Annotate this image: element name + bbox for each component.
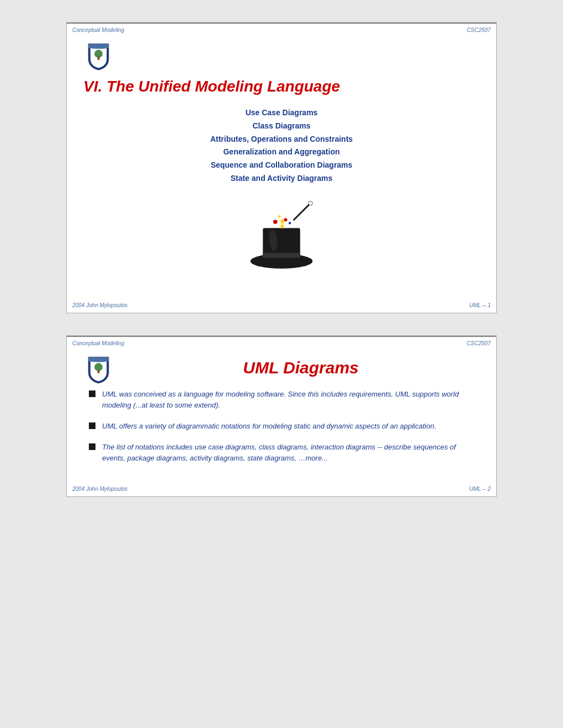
bullet-item-1: UML was conceived as a language for mode… <box>89 389 474 411</box>
svg-point-7 <box>309 201 313 206</box>
svg-text:★: ★ <box>279 222 286 231</box>
svg-rect-1 <box>98 57 100 60</box>
menu-item-2: Class Diagrams <box>83 120 480 133</box>
slide2-title: UML Diagrams <box>122 353 480 377</box>
slide1-header: Conceptual Modeling CSC2507 <box>67 24 496 34</box>
bullet-item-3: The list of notations includes use case … <box>89 442 474 464</box>
svg-point-8 <box>273 220 278 224</box>
slide-2: Conceptual Modeling CSC2507 UML Diagrams… <box>66 335 497 497</box>
menu-item-1: Use Case Diagrams <box>83 106 480 120</box>
slide2-header: Conceptual Modeling CSC2507 <box>67 337 496 347</box>
slide2-header-row: UML Diagrams <box>83 353 480 383</box>
bullet-text-1: UML was conceived as a language for mode… <box>102 389 474 411</box>
svg-point-0 <box>94 50 103 58</box>
slide1-footer: 2004 John Mylopoulos UML -- 1 <box>67 301 496 313</box>
menu-item-4: Generalization and Aggregation <box>83 146 480 159</box>
bullet-item-2: UML offers a variety of diagrammatic not… <box>89 421 474 432</box>
menu-item-6: State and Activity Diagrams <box>83 172 480 185</box>
magic-hat-svg: ★ <box>240 196 323 285</box>
svg-point-10 <box>284 218 288 221</box>
menu-item-5: Sequence and Collaboration Diagrams <box>83 159 480 172</box>
svg-rect-4 <box>263 253 300 258</box>
slide2-header-left: Conceptual Modeling <box>72 340 124 346</box>
slide1-header-left: Conceptual Modeling <box>72 27 124 33</box>
svg-point-12 <box>278 215 281 218</box>
slide2-footer-right: UML -- 2 <box>469 486 491 492</box>
slide2-footer-left: 2004 John Mylopoulos <box>72 486 128 492</box>
slide-1: Conceptual Modeling CSC2507 VI. The Unif… <box>66 22 497 313</box>
bullet-text-3: The list of notations includes use case … <box>102 442 474 464</box>
magic-hat-illustration: ★ <box>83 196 480 285</box>
menu-item-3: Attributes, Operations and Constraints <box>83 133 480 146</box>
slide2-content: UML Diagrams UML was conceived as a lang… <box>67 347 496 485</box>
bullet-square-1 <box>89 390 95 397</box>
slide1-title: VI. The Unified Modeling Language <box>83 78 480 95</box>
svg-point-11 <box>289 222 291 224</box>
slide1-footer-left: 2004 John Mylopoulos <box>72 302 128 308</box>
slide2-footer: 2004 John Mylopoulos UML -- 2 <box>67 485 496 496</box>
bullet-text-2: UML offers a variety of diagrammatic not… <box>102 421 436 432</box>
logo-icon <box>83 40 114 70</box>
slide1-menu: Use Case Diagrams Class Diagrams Attribu… <box>83 106 480 185</box>
slide1-header-right: CSC2507 <box>467 27 491 33</box>
slide1-content: VI. The Unified Modeling Language Use Ca… <box>67 34 496 301</box>
slide1-footer-right: UML -- 1 <box>469 302 491 308</box>
bullet-square-3 <box>89 443 95 450</box>
svg-rect-15 <box>98 370 100 373</box>
slide2-logo-icon <box>83 353 114 383</box>
svg-point-14 <box>94 363 103 371</box>
bullet-square-2 <box>89 422 95 429</box>
slide2-header-right: CSC2507 <box>467 340 491 346</box>
slide2-bullets: UML was conceived as a language for mode… <box>83 389 480 464</box>
svg-line-6 <box>294 203 311 220</box>
